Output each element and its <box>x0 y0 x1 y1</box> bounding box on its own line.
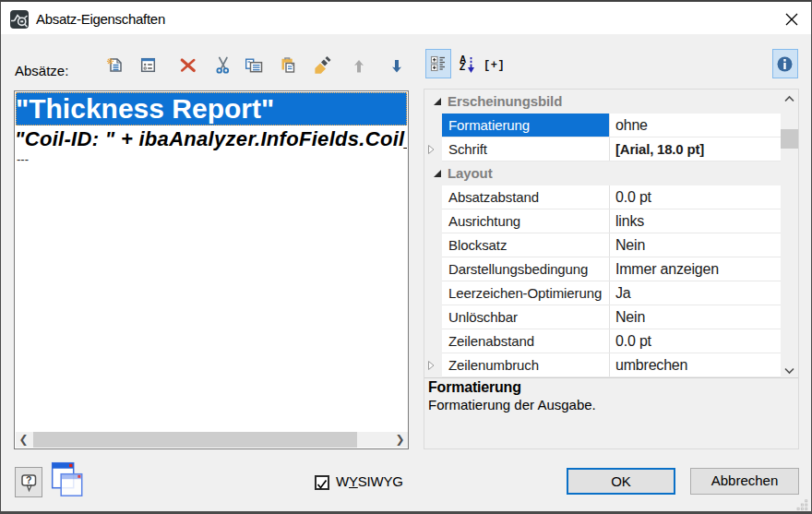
svg-text:?: ? <box>26 474 31 485</box>
